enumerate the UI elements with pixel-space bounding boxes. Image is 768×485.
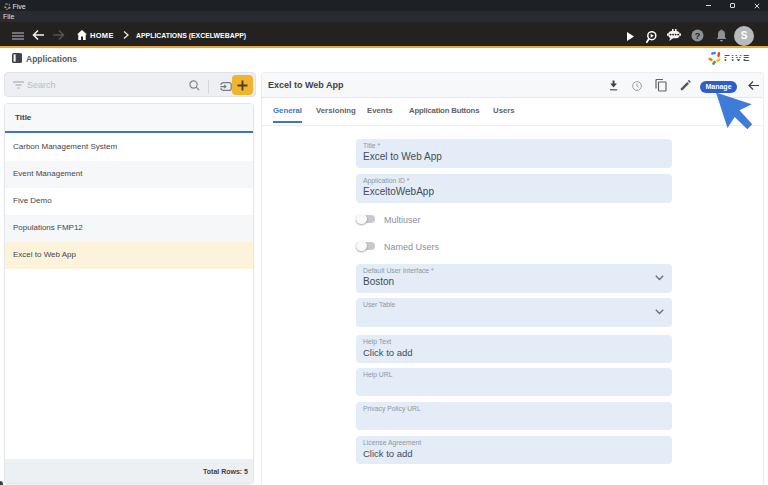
svg-text:?: ?: [695, 31, 701, 41]
